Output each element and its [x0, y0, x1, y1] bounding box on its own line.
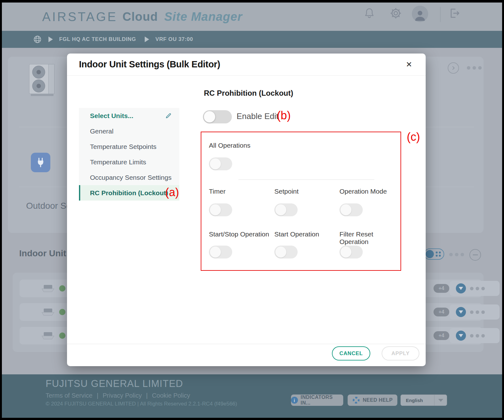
cassette-unit-icon: [41, 284, 55, 294]
menu-item-general[interactable]: General: [79, 123, 179, 139]
cassette-unit-icon: [41, 332, 55, 341]
modal-title: Indoor Unit Settings (Bulk Editor): [79, 59, 220, 70]
apply-button: APPLY: [382, 346, 419, 360]
edit-pencil-icon[interactable]: [165, 112, 172, 121]
terms-link[interactable]: Terms of Service: [46, 392, 92, 399]
menu-item-select-units[interactable]: Select Units...: [79, 108, 179, 123]
filter-reset-operation-label: Filter Reset Operation: [339, 230, 400, 246]
breadcrumb: FGL HQ AC TECH BUILDING VRF OU 37:00: [2, 31, 502, 48]
start-operation-toggle: [274, 246, 298, 258]
app-screen: AIRSTAGE Cloud Site Manager: [2, 3, 502, 418]
info-icon: i: [291, 397, 298, 404]
unit-count-badge: +4: [434, 331, 449, 340]
more-options-icon: [470, 334, 485, 338]
view-toggle-knob: [426, 250, 434, 258]
collapse-minus-icon: [469, 249, 481, 261]
logo-cloud: Cloud: [122, 10, 158, 24]
timer-label: Timer: [209, 188, 226, 195]
expand-row-icon: [456, 307, 466, 317]
annotation-b: (b): [277, 109, 291, 122]
unit-count-badge: +4: [434, 308, 449, 316]
start-stop-operation-toggle: [209, 246, 232, 258]
expand-row-icon: [456, 331, 466, 341]
logout-icon[interactable]: [447, 6, 461, 20]
footer-company: FUJITSU GENERAL LIMITED: [46, 378, 183, 389]
annotation-a: (a): [165, 186, 179, 199]
airstage-cloud-logo: AIRSTAGE Cloud Site Manager: [42, 3, 242, 31]
panel-heading: RC Prohibition (Lockout): [204, 89, 293, 98]
bulk-editor-modal: Indoor Unit Settings (Bulk Editor) ✕ Sel…: [67, 54, 426, 366]
breadcrumb-unit[interactable]: VRF OU 37:00: [155, 36, 193, 43]
close-icon[interactable]: ✕: [404, 59, 414, 70]
select-arrow-zone: [434, 395, 447, 406]
menu-item-occupancy-sensor[interactable]: Occupancy Sensor Settings: [79, 170, 179, 185]
app-footer: FUJITSU GENERAL LIMITED Terms of Service…: [2, 374, 502, 418]
chevron-down-icon: [438, 399, 443, 402]
menu-item-temperature-limits[interactable]: Temperature Limits: [79, 154, 179, 170]
annotation-c: (c): [407, 130, 420, 144]
cassette-unit-icon: [41, 308, 55, 317]
privacy-link[interactable]: Privacy Policy: [103, 392, 142, 399]
more-options-icon: [470, 287, 485, 290]
operation-mode-toggle: [339, 203, 363, 216]
language-selected: English: [406, 398, 434, 403]
start-stop-operation-label: Start/Stop Operation: [209, 230, 269, 238]
app-header: AIRSTAGE Cloud Site Manager: [2, 3, 502, 31]
indicators-button[interactable]: i INDICATORS IN...: [291, 394, 343, 406]
all-operations-label: All Operations: [209, 142, 250, 149]
expand-chevron-icon: [448, 62, 459, 74]
enable-edit-toggle[interactable]: [203, 110, 232, 123]
user-avatar[interactable]: [412, 6, 428, 22]
view-toggle: [424, 248, 444, 260]
start-operation-label: Start Operation: [274, 230, 319, 238]
operations-divider: [238, 179, 374, 180]
logo-airstage: AIRSTAGE: [42, 10, 117, 24]
lifesaver-icon: [352, 396, 360, 404]
filter-reset-operation-toggle: [339, 246, 363, 258]
header-divider: [440, 7, 440, 22]
status-dot: [59, 309, 65, 315]
settings-menu: Select Units... General Temperature Setp…: [79, 108, 179, 201]
menu-item-rc-prohibition[interactable]: RC Prohibition (Lockout): [79, 185, 179, 201]
cancel-button[interactable]: CANCEL: [332, 346, 370, 360]
more-options-icon: [470, 310, 485, 314]
outdoor-section-title: Outdoor Se: [26, 201, 71, 211]
timer-toggle: [209, 203, 232, 216]
operation-mode-label: Operation Mode: [339, 188, 387, 195]
more-options-icon: [467, 66, 482, 70]
language-select[interactable]: English: [400, 394, 447, 406]
more-options-icon: [449, 253, 464, 256]
modal-footer-divider: [67, 344, 426, 344]
enable-edit-label: Enable Edit: [237, 111, 278, 121]
settings-gear-icon[interactable]: [389, 6, 403, 20]
menu-item-temperature-setpoints[interactable]: Temperature Setpoints: [79, 139, 179, 154]
link-separator: |: [97, 392, 98, 399]
modal-header: Indoor Unit Settings (Bulk Editor): [67, 54, 426, 76]
setpoint-toggle: [274, 203, 298, 216]
breadcrumb-arrow-icon: [48, 37, 53, 42]
status-dot: [59, 285, 65, 292]
operations-group-highlight: All Operations Timer Setpoint Operation …: [201, 132, 401, 271]
setpoint-label: Setpoint: [274, 188, 299, 195]
footer-copyright: © 2024 FUJITSU GENERAL LIMITED | All Rig…: [46, 401, 237, 407]
logo-site-manager: Site Manager: [164, 10, 243, 24]
link-separator: |: [146, 392, 148, 399]
person-icon: [413, 8, 427, 22]
unit-count-badge: +4: [434, 284, 449, 293]
need-help-button[interactable]: NEED HELP: [348, 394, 397, 406]
status-dot: [59, 332, 65, 339]
grid-view-icon: [436, 252, 441, 257]
footer-links: Terms of Service | Privacy Policy | Cook…: [46, 392, 193, 399]
expand-row-icon: [456, 283, 466, 293]
breadcrumb-arrow-icon: [145, 37, 149, 42]
outdoor-unit-image: [28, 62, 57, 99]
all-operations-toggle: [209, 157, 232, 170]
notifications-bell-icon[interactable]: [362, 6, 376, 20]
power-plug-icon: [31, 153, 50, 172]
indoor-section-title: Indoor Unit: [19, 248, 66, 258]
globe-icon[interactable]: [33, 35, 42, 45]
breadcrumb-site[interactable]: FGL HQ AC TECH BUILDING: [59, 36, 136, 43]
cookie-link[interactable]: Cookie Policy: [152, 392, 190, 399]
